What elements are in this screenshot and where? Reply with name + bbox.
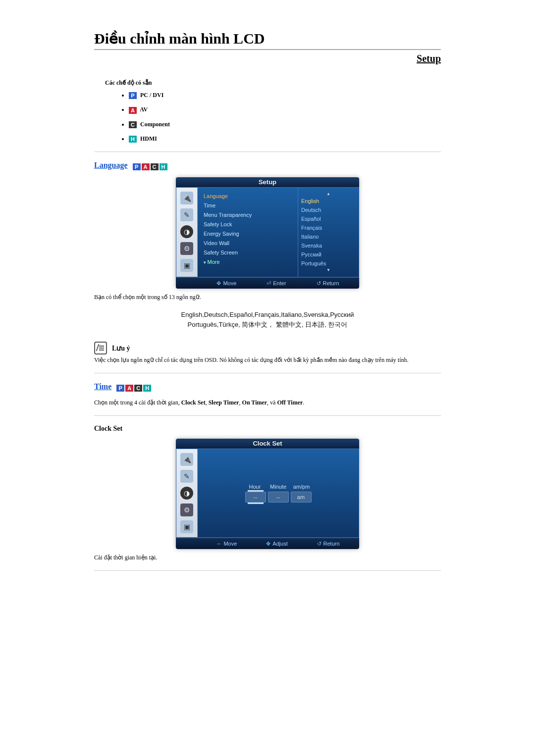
- note-label: Lưu ý: [112, 345, 130, 352]
- clock-set-heading: Clock Set: [94, 425, 441, 433]
- osd-title: Setup: [176, 177, 359, 188]
- picture-icon: ✎: [180, 208, 193, 221]
- time-link[interactable]: Time: [94, 382, 111, 391]
- available-modes-heading: Các chế độ có sẵn: [105, 79, 441, 87]
- mode-label: PC / DVI: [140, 92, 163, 99]
- c-icon: C: [134, 385, 142, 392]
- mode-item-pc-dvi: P PC / DVI: [129, 92, 441, 99]
- p-icon: P: [129, 92, 137, 99]
- mode-list: P PC / DVI A AV C Component H HDMI: [129, 92, 441, 143]
- setup-icon: ⚙: [180, 242, 193, 255]
- lang-line-2: Português,Türkçe, 简体中文， 繁體中文, 日本語, 한국어: [94, 320, 441, 330]
- language-list-figure: English,Deutsch,Español,Français,Italian…: [94, 310, 441, 330]
- osd-setup-panel: Setup 🔌 ✎ ◑ ⚙ ▣ Language Time Menu Trans…: [176, 177, 359, 289]
- mode-label: AV: [140, 106, 148, 113]
- label-ampm: am/pm: [291, 484, 313, 490]
- clock-set-desc: Cài đặt thời gian hiện tại.: [94, 554, 441, 561]
- section-divider: [94, 151, 441, 152]
- hour-stepper[interactable]: --: [245, 492, 266, 503]
- hint-move: ↔Move: [216, 538, 237, 549]
- hint-enter: ⏎Enter: [267, 278, 286, 289]
- c-icon: C: [151, 163, 159, 170]
- lang-option[interactable]: Français: [301, 223, 356, 232]
- note-icon: [94, 342, 107, 354]
- section-divider: [94, 415, 441, 416]
- lang-option[interactable]: Русский: [301, 250, 356, 259]
- h-icon: H: [129, 136, 137, 143]
- lang-option[interactable]: Deutsch: [301, 205, 356, 214]
- osd-sidebar: 🔌 ✎ ◑ ⚙ ▣: [176, 188, 198, 277]
- input-icon: 🔌: [180, 453, 193, 466]
- sound-icon: ◑: [180, 225, 193, 238]
- menu-item-energy-saving[interactable]: Energy Saving: [204, 229, 292, 239]
- lang-option[interactable]: Italiano: [301, 232, 356, 241]
- c-icon: C: [129, 121, 137, 128]
- setup-icon: ⚙: [180, 504, 193, 516]
- clock-labels: Hour Minute am/pm: [244, 484, 312, 490]
- section-divider: [94, 373, 441, 373]
- lang-option[interactable]: Svenska: [301, 241, 356, 250]
- osd-sidebar: 🔌 ✎ ◑ ⚙ ▣: [176, 449, 198, 537]
- label-hour: Hour: [244, 484, 266, 490]
- osd-menu: Language Time Menu Transparency Safety L…: [198, 188, 298, 277]
- mode-item-hdmi: H HDMI: [129, 135, 441, 143]
- picture-icon: ✎: [180, 470, 193, 483]
- minute-stepper[interactable]: --: [268, 492, 289, 503]
- hint-return: ↺Return: [317, 278, 339, 289]
- label-minute: Minute: [268, 484, 289, 490]
- osd-title: Clock Set: [176, 439, 359, 449]
- menu-item-transparency[interactable]: Menu Transparency: [204, 210, 292, 220]
- mode-label: HDMI: [140, 135, 157, 142]
- setup-heading: Setup: [94, 53, 441, 64]
- p-icon: P: [133, 163, 141, 170]
- lang-option[interactable]: English: [301, 197, 356, 205]
- lang-line-1: English,Deutsch,Español,Français,Italian…: [94, 310, 441, 320]
- osd-clock-set-panel: Clock Set 🔌 ✎ ◑ ⚙ ▣ Hour Minute am/pm --…: [176, 439, 359, 549]
- menu-item-video-wall[interactable]: Video Wall: [204, 239, 292, 248]
- a-icon: A: [125, 385, 133, 392]
- language-link[interactable]: Language: [94, 161, 128, 170]
- h-icon: H: [160, 163, 167, 170]
- clock-row: -- -- am: [245, 492, 312, 503]
- section-divider: [94, 570, 441, 571]
- hint-return: ↺Return: [317, 538, 340, 549]
- osd-footer: ↔Move ✥Adjust ↺Return: [176, 538, 359, 549]
- note-text: Việc chọn lựa ngôn ngữ chỉ có tác dụng t…: [94, 356, 441, 364]
- lang-option[interactable]: Português: [301, 259, 356, 268]
- page-title: Điều chỉnh màn hình LCD: [94, 30, 441, 47]
- time-mode-badges: P A C H: [116, 383, 150, 392]
- osd-language-options: ▲ English Deutsch Español Français Itali…: [298, 188, 359, 277]
- hint-move: ✥Move: [216, 278, 236, 289]
- menu-item-safety-lock[interactable]: Safety Lock: [204, 220, 292, 229]
- a-icon: A: [129, 107, 137, 114]
- p-icon: P: [116, 385, 124, 392]
- multi-icon: ▣: [180, 259, 193, 272]
- time-description: Chọn một trong 4 cài đặt thời gian, Cloc…: [94, 399, 441, 406]
- menu-item-more[interactable]: More: [204, 257, 292, 267]
- scroll-up-icon[interactable]: ▲: [301, 192, 356, 197]
- mode-item-av: A AV: [129, 106, 441, 113]
- scroll-down-icon[interactable]: ▼: [301, 268, 356, 273]
- menu-item-language[interactable]: Language: [204, 192, 292, 201]
- language-mode-badges: P A C H: [133, 161, 166, 170]
- multi-icon: ▣: [180, 520, 193, 533]
- hint-adjust: ✥Adjust: [266, 538, 288, 549]
- mode-label: Component: [140, 121, 170, 128]
- a-icon: A: [142, 163, 150, 170]
- ampm-stepper[interactable]: am: [291, 492, 312, 503]
- h-icon: H: [143, 385, 151, 392]
- language-description: Bạn có thể chọn một trong số 13 ngôn ngữ…: [94, 294, 441, 301]
- sound-icon: ◑: [180, 487, 193, 500]
- title-divider: [94, 49, 441, 50]
- osd-footer: ✥Move ⏎Enter ↺Return: [176, 277, 359, 289]
- note-heading: Lưu ý: [94, 342, 441, 354]
- mode-item-component: C Component: [129, 121, 441, 128]
- menu-item-time[interactable]: Time: [204, 201, 292, 210]
- time-section-header: Time P A C H: [94, 382, 441, 392]
- language-section-header: Language P A C H: [94, 161, 441, 170]
- input-icon: 🔌: [180, 192, 193, 204]
- menu-item-safety-screen[interactable]: Safety Screen: [204, 248, 292, 257]
- lang-option[interactable]: Español: [301, 214, 356, 223]
